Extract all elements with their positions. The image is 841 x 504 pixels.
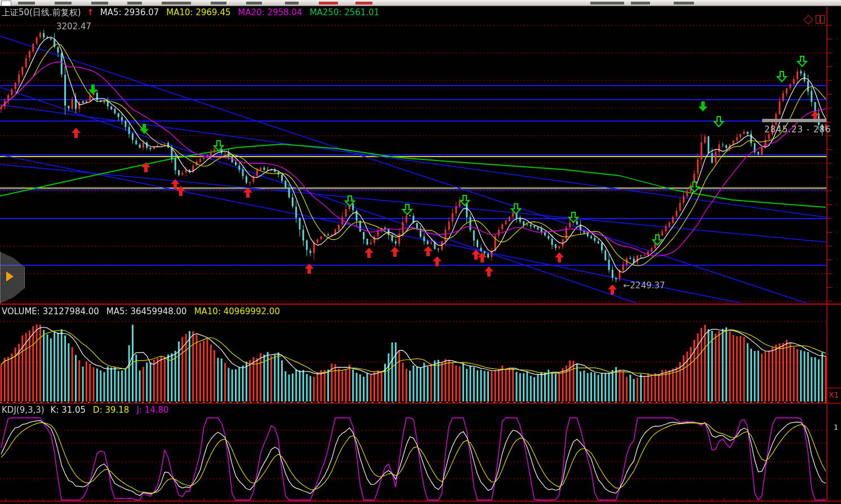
menu-item-stub[interactable] (285, 2, 299, 5)
menu-item-stub[interactable] (674, 2, 694, 5)
main-ma-value: 2561.01 (344, 7, 379, 17)
main-ma-label: MA10: (166, 7, 195, 17)
kdj-stat-label: D: (93, 405, 105, 415)
menu-item-stub[interactable] (91, 2, 108, 5)
volume-stat-label: VOLUME: (2, 306, 43, 316)
main-ma-value: 2958.04 (268, 7, 302, 17)
menu-item-stub[interactable] (55, 2, 72, 5)
kdj-stat-value: 39.18 (105, 405, 129, 415)
menu-item-stub-highlight[interactable] (355, 2, 372, 5)
menu-item-stub[interactable] (211, 2, 226, 5)
menu-item-stub[interactable] (18, 2, 35, 5)
low-price-annotation: ←2249.37 (623, 280, 665, 291)
kdj-title: KDJ(9,3,3) (2, 405, 45, 415)
volume-stat-value: 32127984.00 (43, 306, 99, 316)
main-ma-value: 2969.45 (195, 7, 230, 17)
chart-title: 上证50(日线.前复权) (2, 7, 81, 17)
expand-arrow-icon (6, 271, 14, 282)
menu-bar[interactable] (0, 0, 841, 6)
kdj-stat-label: J: (136, 405, 144, 415)
main-ma-label: MA250: (310, 7, 345, 17)
menu-item-stub[interactable] (246, 2, 262, 5)
volume-stat-value: 36459948.00 (130, 306, 186, 316)
menu-item-stub-highlight[interactable] (319, 2, 338, 5)
trading-terminal-window: 上证50(日线.前复权) ↑ MA5: 2936.07MA10: 2969.45… (0, 0, 841, 504)
chart-corner-tools (805, 15, 825, 24)
menu-item-stub[interactable] (127, 2, 142, 5)
menu-item-stub[interactable] (631, 2, 650, 5)
kdj-stat-value: 31.05 (61, 405, 86, 415)
kdj-stat-label: K: (50, 405, 61, 415)
volume-panel-header: VOLUME: 32127984.00MA5: 36459948.00MA10:… (2, 306, 287, 316)
last-price-label: 2845.23 - 286 (764, 124, 840, 135)
kdj-scale-label: 1 (834, 423, 838, 431)
main-chart-header: 上证50(日线.前复权) ↑ MA5: 2936.07MA10: 2969.45… (2, 7, 386, 17)
main-ma-label: MA20: (238, 7, 267, 17)
high-price-annotation: 3202.47 (56, 21, 91, 32)
kdj-panel-header: KDJ(9,3,3) K: 31.05D: 39.18J: 14.80 (2, 405, 176, 415)
volume-stat-value: 40969992.00 (224, 306, 280, 316)
kdj-stat-value: 14.80 (145, 405, 169, 415)
window-icon[interactable] (816, 15, 825, 24)
volume-stat-label: MA5: (106, 306, 131, 316)
zoom-level-badge[interactable]: X1 (829, 390, 839, 399)
chart-canvas[interactable] (0, 0, 841, 504)
volume-stat-label: MA10: (194, 306, 224, 316)
main-ma-value: 2936.07 (124, 7, 159, 17)
menu-item-stub[interactable] (590, 2, 624, 5)
trend-up-icon: ↑ (87, 7, 94, 17)
menu-item-stub[interactable] (162, 2, 191, 5)
app-icon[interactable] (1, 1, 11, 6)
diamond-icon[interactable] (804, 15, 813, 24)
main-ma-label: MA5: (100, 7, 124, 17)
